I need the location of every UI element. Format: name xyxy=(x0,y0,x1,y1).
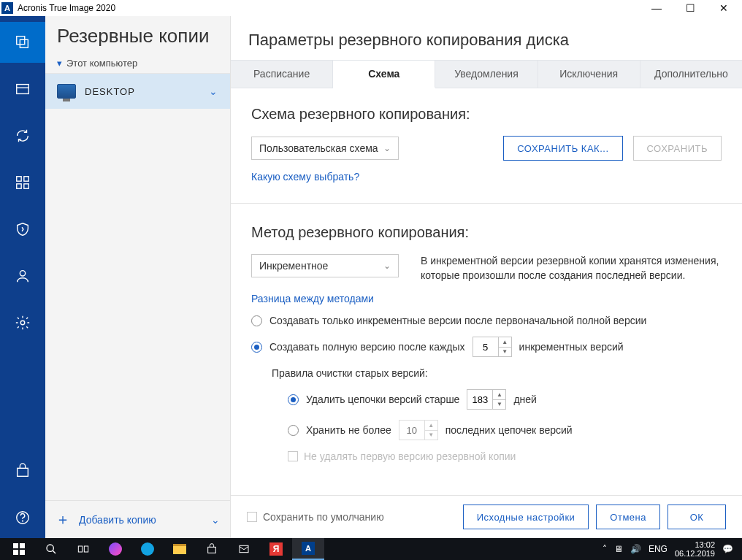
method-description: В инкрементной версии резервной копии хр… xyxy=(421,254,722,283)
tray-chevron-icon[interactable]: ˄ xyxy=(603,544,607,554)
sidebar-item-desktop[interactable]: DESKTOP ⌄ xyxy=(45,74,230,109)
tray-volume-icon[interactable]: 🔊 xyxy=(630,544,641,554)
nav-archive[interactable] xyxy=(0,69,45,110)
tab-exclusions[interactable]: Исключения xyxy=(538,61,640,88)
radio-icon xyxy=(251,342,262,353)
taskbar-app-acronis[interactable]: A xyxy=(292,538,324,560)
method-diff-link[interactable]: Разница между методами xyxy=(251,293,374,304)
days-input[interactable] xyxy=(467,390,492,409)
radio-label: Создавать только инкрементные версии пос… xyxy=(269,315,646,326)
full-after-input[interactable] xyxy=(473,337,498,356)
add-backup-label: Добавить копию xyxy=(79,514,156,526)
sidebar-item-label: DESKTOP xyxy=(85,86,135,97)
cancel-button[interactable]: Отмена xyxy=(596,505,660,529)
nav-protection[interactable] xyxy=(0,209,45,250)
ok-button[interactable]: ОК xyxy=(668,505,726,529)
svg-rect-10 xyxy=(18,468,28,476)
app-logo: A xyxy=(1,2,13,14)
checkbox-icon xyxy=(288,451,298,461)
tray-date: 06.12.2019 xyxy=(675,549,715,558)
radio-label-post: инкрементных версий xyxy=(519,341,624,353)
save-default-checkbox[interactable]: Сохранить по умолчанию xyxy=(247,511,384,523)
radio-full-after[interactable]: Создавать полную версию после каждых ▲▼ … xyxy=(251,337,722,357)
chevron-down-icon: ⌄ xyxy=(211,514,220,526)
method-select[interactable]: Инкрементное ⌄ xyxy=(251,254,399,277)
taskview-button[interactable] xyxy=(67,538,99,560)
chevron-down-icon: ⌄ xyxy=(209,85,218,97)
taskbar-app-edge[interactable] xyxy=(131,538,164,560)
titlebar: A Acronis True Image 2020 — ☐ ✕ xyxy=(0,0,742,16)
spinner-up[interactable]: ▲ xyxy=(425,421,437,431)
close-button[interactable]: ✕ xyxy=(707,0,741,16)
chevron-down-icon: ⌄ xyxy=(383,261,391,271)
nav-sync[interactable] xyxy=(0,115,45,156)
chains-input[interactable] xyxy=(399,421,424,440)
nav-settings[interactable] xyxy=(0,302,45,343)
nav-store[interactable] xyxy=(0,450,45,491)
caret-down-icon: ▾ xyxy=(57,58,62,69)
save-as-button[interactable]: СОХРАНИТЬ КАК... xyxy=(503,136,622,161)
svg-rect-22 xyxy=(240,545,248,552)
full-after-spinner[interactable]: ▲▼ xyxy=(473,337,512,357)
spinner-up[interactable]: ▲ xyxy=(499,337,511,348)
scheme-help-link[interactable]: Какую схему выбрать? xyxy=(251,171,359,183)
taskbar-app-yandex[interactable] xyxy=(99,538,131,560)
nav-backup[interactable] xyxy=(0,22,45,63)
search-button[interactable] xyxy=(35,538,67,560)
spinner-down[interactable]: ▼ xyxy=(499,348,511,357)
taskbar-app-explorer[interactable] xyxy=(164,538,196,560)
radio-incremental-only[interactable]: Создавать только инкрементные версии пос… xyxy=(251,315,722,326)
chains-spinner[interactable]: ▲▼ xyxy=(399,420,438,440)
taskbar-app-y[interactable]: Я xyxy=(260,538,292,560)
svg-rect-7 xyxy=(24,184,28,188)
svg-rect-15 xyxy=(13,550,18,555)
scheme-section-title: Схема резервного копирования: xyxy=(251,106,722,123)
radio-delete-older[interactable]: Удалить цепочки версий старше ▲▼ дней xyxy=(288,389,722,410)
svg-point-8 xyxy=(20,271,25,276)
checkbox-no-delete-first[interactable]: Не удалять первую версию резервной копии xyxy=(288,450,722,462)
svg-rect-13 xyxy=(13,543,18,548)
tray-notifications-icon[interactable]: 💬 xyxy=(722,544,733,554)
tray-time: 13:02 xyxy=(675,540,715,549)
add-backup-button[interactable]: ＋ Добавить копию ⌄ xyxy=(45,500,230,538)
page-title: Параметры резервного копирования диска xyxy=(231,16,742,60)
start-button[interactable] xyxy=(3,538,35,560)
svg-point-17 xyxy=(47,545,53,551)
checkbox-icon xyxy=(247,512,257,522)
chevron-down-icon: ⌄ xyxy=(383,143,391,153)
save-button[interactable]: СОХРАНИТЬ xyxy=(633,136,722,161)
svg-rect-1 xyxy=(20,39,28,47)
defaults-button[interactable]: Исходные настройки xyxy=(463,505,589,529)
svg-rect-5 xyxy=(24,177,28,181)
dialog-footer: Сохранить по умолчанию Исходные настройк… xyxy=(231,495,742,538)
tab-scheme[interactable]: Схема xyxy=(333,61,435,88)
method-section-title: Метод резервного копирования: xyxy=(251,224,722,241)
scheme-select[interactable]: Пользовательская схема ⌄ xyxy=(251,137,399,160)
taskbar-app-store[interactable] xyxy=(196,538,228,560)
svg-rect-6 xyxy=(17,184,21,188)
tray-lang[interactable]: ENG xyxy=(649,544,668,554)
nav-rail xyxy=(0,16,45,538)
taskbar-app-mail[interactable] xyxy=(228,538,260,560)
nav-dashboard[interactable] xyxy=(0,162,45,203)
svg-rect-21 xyxy=(208,547,216,553)
sidebar-computer-toggle[interactable]: ▾ Этот компьютер xyxy=(45,53,230,74)
tab-schedule[interactable]: Расписание xyxy=(231,61,333,88)
tab-notifications[interactable]: Уведомления xyxy=(435,61,538,88)
spinner-up[interactable]: ▲ xyxy=(493,390,505,400)
tab-advanced[interactable]: Дополнительно xyxy=(640,61,742,88)
radio-keep-chains[interactable]: Хранить не более ▲▼ последних цепочек ве… xyxy=(288,420,722,440)
days-spinner[interactable]: ▲▼ xyxy=(467,389,506,410)
nav-help[interactable] xyxy=(0,497,45,538)
nav-account[interactable] xyxy=(0,256,45,296)
tray-monitor-icon[interactable]: 🖥 xyxy=(614,544,623,554)
spinner-down[interactable]: ▼ xyxy=(493,400,505,410)
maximize-button[interactable]: ☐ xyxy=(673,0,707,16)
minimize-button[interactable]: — xyxy=(640,0,673,16)
spinner-down[interactable]: ▼ xyxy=(425,431,437,440)
windows-taskbar: Я A ˄ 🖥 🔊 ENG 13:02 06.12.2019 💬 xyxy=(0,538,742,560)
tray-clock[interactable]: 13:02 06.12.2019 xyxy=(675,540,715,558)
radio-label-pre: Создавать полную версию после каждых xyxy=(269,341,465,353)
monitor-icon xyxy=(57,84,76,99)
radio-icon xyxy=(288,394,299,405)
